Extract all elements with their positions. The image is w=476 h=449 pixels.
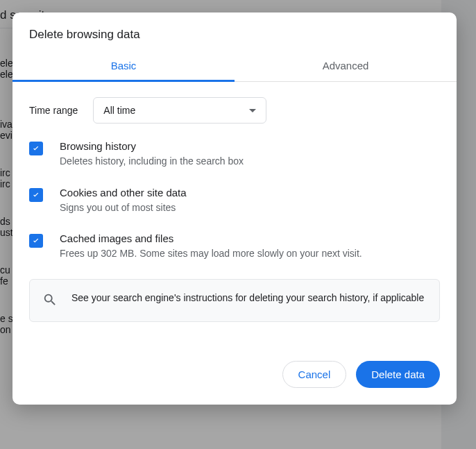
cancel-button[interactable]: Cancel (282, 361, 347, 388)
dialog-content: Time range All time Browsing history Del… (12, 82, 457, 328)
option-desc: Signs you out of most sites (60, 201, 187, 215)
check-icon (31, 144, 41, 153)
tabs: Basic Advanced (12, 51, 457, 82)
tab-advanced[interactable]: Advanced (235, 51, 457, 81)
info-text: See your search engine's instructions fo… (71, 291, 424, 305)
option-desc: Frees up 302 MB. Some sites may load mor… (60, 247, 362, 261)
option-title: Cached images and files (60, 232, 362, 244)
dialog-header: Delete browsing data (12, 12, 457, 51)
dialog-footer: Cancel Delete data (12, 328, 457, 405)
tab-basic[interactable]: Basic (12, 51, 235, 81)
option-browsing-history: Browsing history Deletes history, includ… (29, 140, 440, 169)
delete-browsing-data-dialog: Delete browsing data Basic Advanced Time… (12, 12, 457, 405)
checkbox-browsing-history[interactable] (29, 142, 43, 155)
checkbox-cached[interactable] (29, 234, 43, 248)
delete-data-button[interactable]: Delete data (356, 361, 440, 388)
info-box: See your search engine's instructions fo… (29, 279, 440, 322)
dialog-title: Delete browsing data (29, 28, 440, 42)
time-range-row: Time range All time (29, 97, 440, 124)
search-icon (42, 292, 58, 310)
check-icon (31, 190, 41, 200)
time-range-value: All time (103, 105, 135, 116)
option-title: Browsing history (60, 140, 244, 152)
option-desc: Deletes history, including in the search… (60, 155, 244, 169)
checkbox-cookies[interactable] (29, 188, 43, 202)
option-cached: Cached images and files Frees up 302 MB.… (29, 232, 440, 261)
check-icon (31, 236, 41, 246)
option-title: Cookies and other site data (60, 187, 187, 198)
chevron-down-icon (249, 109, 256, 112)
option-cookies: Cookies and other site data Signs you ou… (29, 187, 440, 215)
time-range-label: Time range (29, 105, 78, 116)
time-range-select[interactable]: All time (93, 97, 266, 124)
